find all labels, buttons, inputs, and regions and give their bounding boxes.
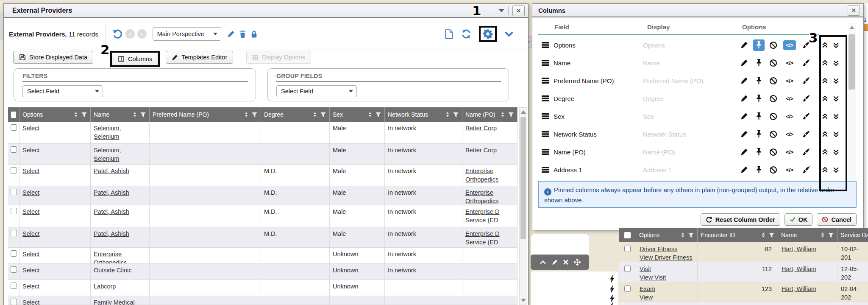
encounter-action-link[interactable]: View — [640, 294, 653, 301]
patient-link[interactable]: Hart, William — [782, 285, 816, 292]
option-link-line[interactable]: View — [640, 293, 694, 302]
filter-icon[interactable] — [768, 232, 775, 238]
hide-column-icon[interactable] — [769, 77, 777, 85]
code-column-icon[interactable]: </> — [783, 40, 796, 50]
hide-column-icon[interactable] — [769, 166, 777, 174]
name-line[interactable]: Orthopedics — [94, 259, 146, 263]
store-displayed-data-button[interactable]: Store Displayed Data — [13, 51, 93, 64]
drag-handle-icon[interactable] — [542, 167, 549, 173]
name-po-line[interactable]: Orthopedics — [465, 197, 514, 205]
encounter-action-link[interactable]: View Driver Fitness — [640, 254, 693, 261]
select-all-checkbox[interactable] — [624, 232, 631, 238]
delete-perspective-icon[interactable] — [239, 30, 246, 38]
templates-editor-button[interactable]: Templates Editor — [166, 51, 233, 64]
name-line[interactable]: Patel, Ashish — [94, 208, 146, 216]
move-to-top-icon[interactable] — [821, 77, 829, 84]
move-to-bottom-icon[interactable] — [832, 166, 840, 173]
edit-column-icon[interactable] — [740, 59, 748, 67]
column-header-network-status[interactable]: Network Status — [385, 107, 462, 122]
name-po-line[interactable]: Enterprise — [465, 189, 514, 197]
reset-column-order-button[interactable]: Reset Column Order — [701, 213, 780, 226]
new-document-icon[interactable] — [445, 29, 453, 39]
providers-table-scrollbar[interactable] — [519, 107, 527, 305]
move-to-bottom-icon[interactable] — [832, 42, 840, 49]
row-checkbox[interactable] — [11, 167, 17, 173]
move-to-top-icon[interactable] — [821, 42, 829, 49]
provider-link[interactable]: Selenium — [94, 133, 119, 140]
edit-column-icon[interactable] — [740, 130, 748, 138]
name-line[interactable]: Patel, Ashish — [94, 230, 146, 238]
pin-column-icon[interactable] — [756, 166, 762, 174]
sort-icon[interactable] — [500, 112, 506, 118]
select-all-checkbox[interactable] — [11, 112, 16, 118]
collapse-toolbar-icon[interactable] — [504, 31, 514, 37]
row-checkbox[interactable] — [11, 124, 17, 131]
name-line[interactable]: Enterprise — [94, 250, 146, 259]
filter-icon[interactable] — [453, 112, 459, 118]
name-po-line[interactable]: Enterprise D — [465, 230, 514, 238]
row-checkbox[interactable] — [624, 266, 631, 272]
option-link-line[interactable]: View Visit — [640, 273, 694, 282]
column-header-name[interactable]: Name — [778, 228, 837, 242]
select-link[interactable]: Select — [22, 147, 39, 154]
select-link[interactable]: Select — [22, 299, 39, 305]
move-to-bottom-icon[interactable] — [832, 113, 840, 120]
perspective-select[interactable]: Main Perspective — [153, 27, 221, 41]
pin-column-icon[interactable] — [753, 39, 765, 51]
style-column-icon[interactable] — [802, 166, 810, 173]
sort-icon[interactable] — [243, 112, 249, 118]
sort-icon[interactable] — [760, 232, 766, 238]
code-column-icon[interactable]: </> — [786, 149, 793, 155]
provider-link[interactable]: Family Medical — [94, 299, 135, 305]
organization-link[interactable]: Service (ED — [465, 239, 498, 246]
window-collapse-icon[interactable] — [498, 9, 504, 12]
hide-column-icon[interactable] — [769, 148, 777, 156]
row-checkbox[interactable] — [11, 283, 17, 289]
move-to-bottom-icon[interactable] — [832, 59, 840, 67]
move-to-bottom-icon[interactable] — [832, 148, 840, 156]
pin-column-icon[interactable] — [756, 112, 762, 120]
organization-link[interactable]: Orthopedics — [465, 176, 498, 183]
select-link[interactable]: Select — [22, 208, 39, 215]
ok-button[interactable]: OK — [785, 213, 813, 226]
provider-link[interactable]: Selenium, — [94, 125, 121, 132]
hide-column-icon[interactable] — [769, 95, 777, 103]
select-link[interactable]: Select — [22, 251, 39, 257]
name-line[interactable]: Selenium — [94, 155, 146, 163]
name-po-line[interactable]: Service (ED — [465, 238, 514, 247]
organization-link[interactable]: Better Corp — [465, 147, 497, 154]
column-header-sex[interactable]: Sex — [330, 107, 385, 122]
name-line[interactable]: Patel, Ashish — [94, 167, 146, 176]
cancel-button[interactable]: Cancel — [817, 213, 857, 226]
code-column-icon[interactable]: </> — [786, 95, 793, 102]
page-left-scroll-sliver[interactable] — [0, 11, 3, 41]
pin-column-icon[interactable] — [756, 77, 762, 85]
organization-link[interactable]: Enterprise D — [465, 230, 500, 237]
sort-icon[interactable] — [680, 232, 686, 238]
name-line[interactable]: Selenium, — [94, 124, 146, 133]
drag-handle-icon[interactable] — [542, 149, 549, 155]
move-icon[interactable] — [574, 259, 581, 266]
style-column-icon[interactable] — [802, 130, 810, 138]
option-link-line[interactable]: Visit — [640, 265, 694, 273]
select-link[interactable]: Select — [22, 230, 39, 237]
row-checkbox[interactable] — [11, 146, 17, 153]
option-link-line[interactable]: Driver Fitness — [640, 245, 694, 253]
pin-column-icon[interactable] — [756, 95, 762, 103]
name-line[interactable]: Selenium — [94, 133, 146, 141]
code-column-icon[interactable]: </> — [786, 167, 793, 173]
sort-icon[interactable] — [73, 112, 79, 118]
row-checkbox[interactable] — [624, 246, 631, 252]
undo-icon[interactable] — [112, 29, 123, 39]
code-column-icon[interactable]: </> — [786, 60, 793, 66]
style-column-icon[interactable] — [802, 77, 810, 84]
code-column-icon[interactable]: </> — [786, 78, 793, 84]
filter-icon[interactable] — [508, 112, 514, 118]
column-header-options[interactable]: Options — [636, 228, 698, 242]
encounter-action-link[interactable]: Exam — [640, 285, 655, 292]
move-to-bottom-icon[interactable] — [832, 95, 840, 102]
pin-column-icon[interactable] — [756, 148, 762, 156]
filter-icon[interactable] — [251, 112, 258, 118]
filter-icon[interactable] — [81, 112, 87, 118]
select-link[interactable]: Select — [22, 189, 39, 196]
